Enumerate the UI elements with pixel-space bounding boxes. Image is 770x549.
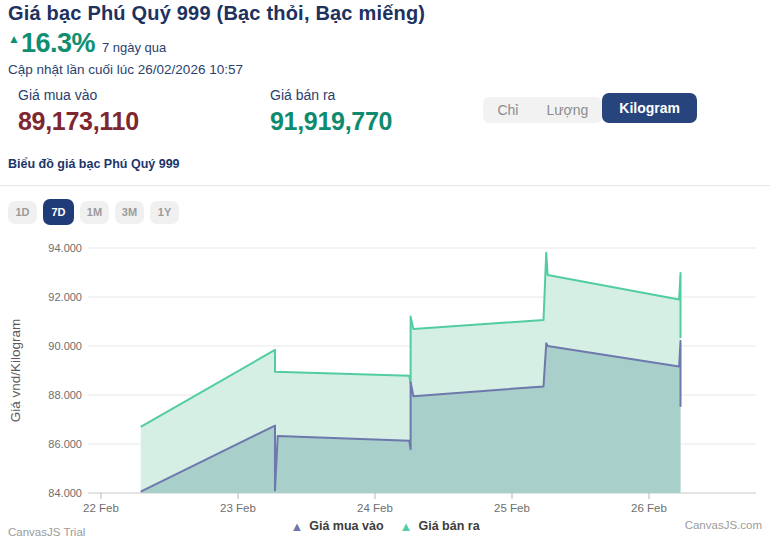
svg-text:26 Feb: 26 Feb: [631, 502, 667, 514]
legend-label-sell: Giá bán ra: [418, 519, 479, 533]
section-divider: [0, 185, 770, 186]
unit-toggle: Chỉ Lượng Kilogram: [483, 93, 697, 123]
legend-item-sell[interactable]: ▲ Giá bán ra: [400, 519, 480, 533]
sell-price-label: Giá bán ra: [270, 87, 392, 103]
svg-text:84.000: 84.000: [48, 487, 82, 499]
chart-canvas[interactable]: 94.00092.00090.00088.00086.00084.00022 F…: [0, 235, 770, 549]
up-arrow-icon: ▲: [8, 32, 20, 46]
buy-price-label: Giá mua vào: [18, 87, 139, 103]
page-title: Giá bạc Phú Quý 999 (Bạc thỏi, Bạc miếng…: [8, 2, 425, 25]
unit-toggle-group: Chỉ Lượng: [483, 97, 602, 123]
unit-button-luong[interactable]: Lượng: [532, 97, 602, 123]
price-chart[interactable]: 94.00092.00090.00088.00086.00084.00022 F…: [0, 235, 770, 549]
legend-label-buy: Giá mua vào: [309, 519, 383, 533]
svg-text:24 Feb: 24 Feb: [357, 502, 393, 514]
canvasjs-credit-link[interactable]: CanvasJS.com: [685, 519, 762, 531]
unit-button-chi[interactable]: Chỉ: [483, 97, 532, 123]
buy-price-value: 89,173,110: [18, 107, 139, 136]
svg-text:94.000: 94.000: [48, 242, 82, 254]
svg-text:23 Feb: 23 Feb: [220, 502, 256, 514]
range-button-1y[interactable]: 1Y: [150, 201, 179, 224]
svg-text:90.000: 90.000: [48, 340, 82, 352]
svg-text:86.000: 86.000: [48, 438, 82, 450]
change-percent: 16.3%: [21, 28, 95, 59]
unit-button-kilogram[interactable]: Kilogram: [602, 93, 697, 123]
svg-text:Giá vnd/Kilogram: Giá vnd/Kilogram: [8, 319, 23, 423]
range-button-1m[interactable]: 1M: [80, 201, 109, 224]
svg-text:88.000: 88.000: [48, 389, 82, 401]
last-updated: Cập nhật lần cuối lúc 26/02/2026 10:57: [8, 62, 243, 77]
canvasjs-trial-watermark: CanvasJS Trial: [8, 526, 85, 538]
svg-text:25 Feb: 25 Feb: [494, 502, 530, 514]
triangle-marker-icon: ▲: [290, 520, 303, 533]
range-button-7d[interactable]: 7D: [43, 199, 74, 225]
svg-text:92.000: 92.000: [48, 291, 82, 303]
triangle-marker-icon: ▲: [400, 520, 413, 533]
sell-price-block: Giá bán ra 91,919,770: [270, 87, 392, 136]
price-change-row: ▲ 16.3% 7 ngày qua: [8, 28, 166, 60]
legend-item-buy[interactable]: ▲ Giá mua vào: [290, 519, 383, 533]
svg-text:22 Feb: 22 Feb: [83, 502, 119, 514]
range-button-1d[interactable]: 1D: [8, 201, 37, 224]
range-button-3m[interactable]: 3M: [115, 201, 144, 224]
range-selector: 1D 7D 1M 3M 1Y: [8, 199, 179, 225]
chart-section-title: Biểu đồ giá bạc Phú Quý 999: [8, 157, 180, 171]
chart-legend: ▲ Giá mua vào ▲ Giá bán ra: [0, 519, 770, 533]
silver-price-page: Giá bạc Phú Quý 999 (Bạc thỏi, Bạc miếng…: [0, 0, 770, 549]
buy-price-block: Giá mua vào 89,173,110: [18, 87, 139, 136]
sell-price-value: 91,919,770: [270, 107, 392, 136]
change-period: 7 ngày qua: [102, 40, 166, 55]
